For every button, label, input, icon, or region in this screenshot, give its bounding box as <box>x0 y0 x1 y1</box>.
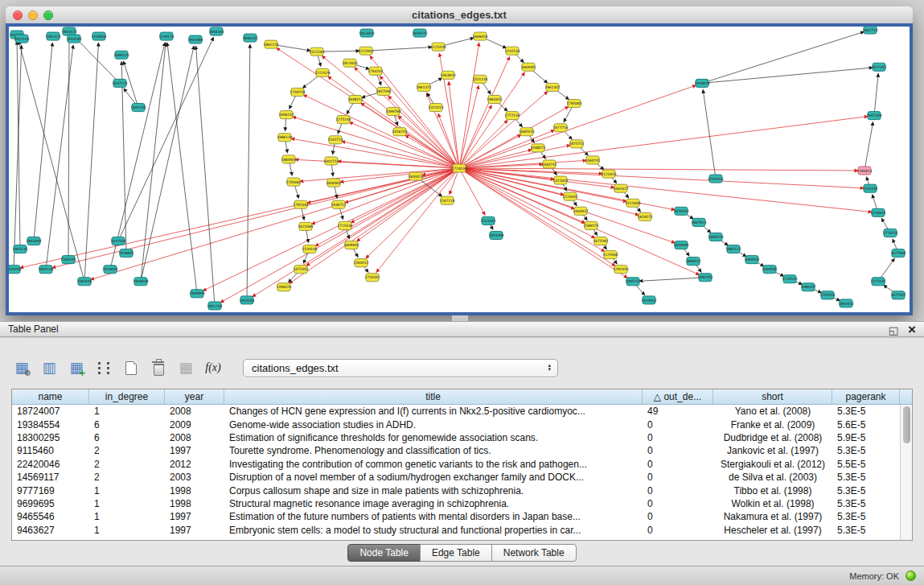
delete-table-icon[interactable] <box>148 357 169 378</box>
graph-node[interactable]: 1883905 <box>281 155 296 163</box>
close-panel-icon[interactable]: × <box>908 324 916 336</box>
graph-node[interactable]: 1551234 <box>472 75 487 83</box>
graph-node[interactable]: 1605330 <box>130 104 146 112</box>
graph-node[interactable]: 1910194 <box>239 296 254 304</box>
graph-node[interactable]: 1637540 <box>110 237 125 245</box>
graph-node[interactable]: 1792450 <box>819 291 835 299</box>
graph-node[interactable]: 1724036 <box>451 164 466 172</box>
graph-node[interactable]: 1125439 <box>430 43 446 51</box>
table-options-icon[interactable]: ▦⚙ <box>11 357 32 378</box>
graph-node[interactable]: 1750341 <box>364 274 380 282</box>
graph-node[interactable]: 1515469 <box>625 199 640 207</box>
graph-node[interactable]: 1542713 <box>327 136 343 144</box>
graph-node[interactable]: 1601752 <box>323 157 339 165</box>
table-row[interactable]: 1872400712008Changes of HCN gene express… <box>12 405 900 418</box>
graph-node[interactable]: 1637214 <box>112 79 127 87</box>
table-row[interactable]: 2242004622012Investigating the contribut… <box>12 458 900 471</box>
graph-node[interactable]: 1862710 <box>862 27 877 34</box>
graph-node[interactable]: 1924502 <box>641 296 656 304</box>
graph-node[interactable]: 1048071 <box>530 144 545 152</box>
graph-node[interactable]: 1904899 <box>189 290 204 298</box>
column-header-out_de[interactable]: △ out_de... <box>643 389 713 404</box>
graph-node[interactable]: 1125460 <box>602 251 618 259</box>
graph-node[interactable]: 1677064 <box>890 249 906 257</box>
graph-node[interactable]: 1813400 <box>342 59 357 67</box>
graph-node[interactable]: 1275140 <box>335 116 351 124</box>
graph-node[interactable]: 1679193 <box>673 207 688 215</box>
graph-node[interactable]: 1857494 <box>376 87 391 95</box>
graph-node[interactable]: 1086107 <box>800 283 815 291</box>
column-header-title[interactable]: title <box>224 389 643 404</box>
graph-node[interactable]: 1677447 <box>890 291 906 299</box>
graph-node[interactable]: 1759759 <box>290 88 305 96</box>
graph-node[interactable]: 6791914 <box>708 175 723 183</box>
graph-node[interactable]: 1764201 <box>368 67 383 75</box>
graph-node[interactable]: 1463920 <box>440 71 455 79</box>
graph-node[interactable]: 1846105 <box>242 34 257 42</box>
graph-node[interactable]: 1896412 <box>685 257 700 266</box>
graph-node[interactable]: 1648217 <box>347 95 363 103</box>
graph-node[interactable]: 1064937 <box>573 207 588 215</box>
graph-node[interactable]: 1222063 <box>358 47 373 55</box>
graph-node[interactable]: 1910195 <box>66 35 81 43</box>
graph-node[interactable]: 1685410 <box>519 128 534 136</box>
import-table-icon[interactable]: ▦+ <box>66 357 87 378</box>
column-header-in_degree[interactable]: in_degree <box>89 389 165 404</box>
graph-node[interactable]: 1792344 <box>293 200 308 208</box>
graph-node[interactable]: 1609944 <box>343 241 359 249</box>
graph-node[interactable]: 1785083 <box>566 100 581 108</box>
graph-node[interactable]: 1513445 <box>480 216 495 225</box>
table-row[interactable]: 1938455462009Genome-wide association stu… <box>12 418 900 431</box>
table-row[interactable]: 911546021997Tourette syndrome. Phenomeno… <box>12 444 900 457</box>
graph-node[interactable]: 1946183 <box>208 27 224 35</box>
graph-node[interactable]: 1061627 <box>613 184 628 192</box>
graph-node[interactable]: 1511265 <box>309 47 324 56</box>
table-selector-dropdown[interactable]: citations_edges.txt ▴▾ <box>243 359 558 377</box>
table-row[interactable]: 946362711997Embryonic stem cells: a mode… <box>12 524 900 537</box>
graph-node[interactable]: 1770554 <box>882 229 897 237</box>
graph-node[interactable]: 1813410 <box>359 29 374 37</box>
zoom-window-button[interactable] <box>43 10 53 20</box>
graph-node[interactable]: 1982112 <box>725 245 741 253</box>
column-header-short[interactable]: short <box>713 389 832 404</box>
tab-network-table[interactable]: Network Table <box>491 544 577 562</box>
graph-node[interactable]: 1589575 <box>583 221 598 229</box>
graph-node[interactable]: 1625489 <box>298 222 313 230</box>
graph-node[interactable]: 1649464 <box>673 241 688 249</box>
graph-node[interactable]: 1684519 <box>708 233 723 241</box>
float-panel-icon[interactable]: ◱ <box>889 324 898 336</box>
graph-node[interactable]: 1875751 <box>569 140 584 148</box>
graph-node[interactable]: 1927341 <box>871 63 886 71</box>
graph-node[interactable]: 1321605 <box>552 176 568 184</box>
graph-node[interactable]: 1696142 <box>278 111 294 119</box>
graph-node[interactable]: 1961372 <box>416 83 431 91</box>
graph-node[interactable]: 1330358 <box>9 266 22 274</box>
graph-node[interactable]: 1677716 <box>552 124 568 132</box>
graph-node[interactable]: 1944878 <box>694 79 709 87</box>
window-titlebar[interactable]: citations_edges.txt <box>6 6 913 24</box>
graph-node[interactable]: 1109174 <box>158 32 174 40</box>
column-header-pagerank[interactable]: pagerank <box>832 389 900 404</box>
graph-node[interactable]: 1863044 <box>26 237 41 245</box>
graph-node[interactable]: 1277035 <box>870 278 885 286</box>
graph-node[interactable]: 1016255 <box>392 128 407 136</box>
network-canvas[interactable]: 1724036186123015112651221428175975916961… <box>6 23 913 315</box>
graph-node[interactable]: 1221428 <box>314 68 330 76</box>
graph-node[interactable]: 1830902 <box>326 179 341 187</box>
graph-node[interactable]: 1947349 <box>866 112 881 120</box>
table-scrollbar[interactable] <box>900 405 912 540</box>
graph-node[interactable]: 1595814 <box>856 167 872 175</box>
graph-node[interactable]: 1583106 <box>76 278 92 286</box>
graph-node[interactable]: 1936711 <box>331 200 346 208</box>
graph-node[interactable]: 1951744 <box>207 302 222 310</box>
graph-node[interactable]: 1905136 <box>38 266 53 274</box>
graph-node[interactable]: 1932104 <box>14 35 29 43</box>
graph-node[interactable]: 1705682 <box>285 178 301 186</box>
function-builder-icon[interactable]: f(x) <box>203 357 224 378</box>
graph-node[interactable]: 1981652 <box>487 95 502 103</box>
table-row[interactable]: 946554611997Estimation of the future num… <box>12 510 900 523</box>
graph-node[interactable]: 1830022 <box>408 172 423 180</box>
graph-node[interactable]: 1926841 <box>118 249 133 257</box>
graph-node[interactable]: 1664091 <box>520 63 536 71</box>
graph-node[interactable]: 1986130 <box>277 134 292 142</box>
